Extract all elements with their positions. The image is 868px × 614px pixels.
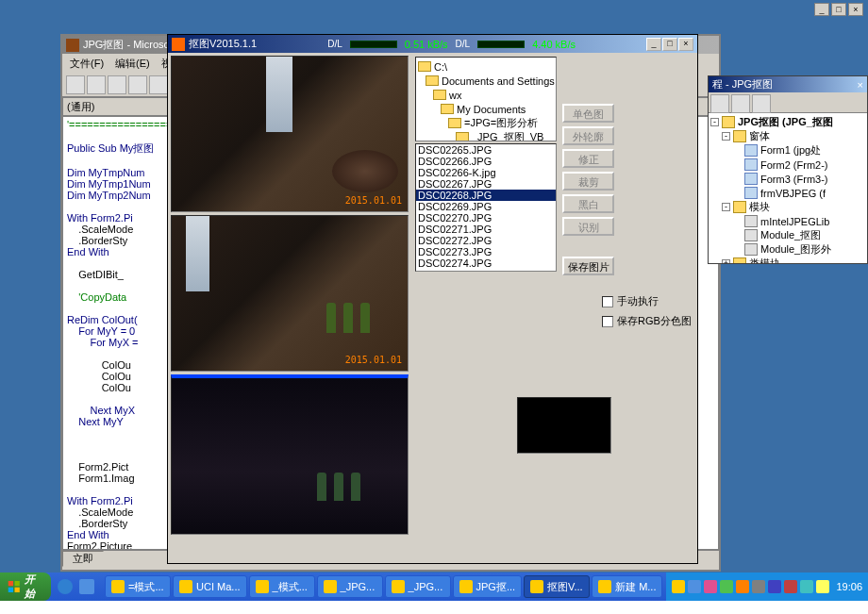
app-icon (172, 38, 185, 51)
image-slot-3[interactable] (171, 374, 409, 535)
task-icon (324, 580, 337, 593)
tray-icon[interactable] (736, 580, 749, 593)
taskbar-task[interactable]: =模式... (105, 575, 171, 598)
folder-icon (433, 90, 446, 100)
folder-tree[interactable]: C:\Documents and SettingswxMy Documents=… (415, 57, 557, 141)
menu-edit[interactable]: 编辑(E) (111, 55, 154, 73)
taskbar-task[interactable]: 抠图V... (524, 575, 590, 598)
file-list-item[interactable]: DSC02271.JPG (416, 224, 556, 235)
taskbar-task[interactable]: _JPG... (385, 575, 451, 598)
app-title-bar[interactable]: 抠图V2015.1.1 D/L 0.51 kB/s D/L 4.40 kB/s … (168, 35, 697, 53)
image-slot-1[interactable]: 2015.01.01 (171, 56, 409, 212)
image-panel: 2015.01.01 2015.01.01 (168, 53, 411, 563)
tray-icon[interactable] (784, 580, 797, 593)
file-list-item[interactable]: DSC02265.JPG (416, 144, 556, 156)
file-list-item[interactable]: DSC02275.JPG (416, 269, 556, 272)
image-slot-2[interactable]: 2015.01.01 (171, 215, 409, 372)
toolbar-icon[interactable] (66, 75, 85, 94)
proj-view-code-icon[interactable] (710, 94, 729, 113)
tray-icon[interactable] (752, 580, 765, 593)
collapse-icon[interactable]: - (710, 118, 719, 126)
proj-item[interactable]: Module_图形外 (710, 242, 865, 257)
dl-bar-icon (350, 41, 397, 48)
file-list-item[interactable]: DSC02266.JPG (416, 156, 556, 167)
proj-close-icon[interactable]: × (858, 79, 863, 91)
toolbar-icon[interactable] (149, 75, 168, 94)
taskbar-task[interactable]: JPG抠... (453, 575, 523, 598)
folder-icon (418, 61, 431, 72)
folder-tree-item[interactable]: wx (418, 88, 554, 102)
proj-root[interactable]: -JPG抠图 (JPG_抠图 (710, 115, 865, 129)
taskbar-task[interactable]: UCI Ma... (173, 575, 246, 598)
task-icon (530, 580, 543, 593)
tray-icon[interactable] (768, 580, 781, 593)
close-btn[interactable]: × (848, 3, 863, 16)
form-icon (744, 158, 758, 171)
ql-desktop-icon[interactable] (76, 575, 97, 598)
close-button[interactable]: × (678, 38, 693, 51)
manual-exec-label: 手动执行 (617, 294, 659, 308)
taskbar-task[interactable]: _模式... (249, 575, 315, 598)
max-btn[interactable]: □ (831, 3, 846, 16)
proj-group[interactable]: -模块 (710, 200, 865, 214)
toolbar-icon[interactable] (128, 75, 147, 94)
taskbar-task[interactable]: 新建 M... (592, 575, 662, 598)
action-button: 外轮廓 (562, 126, 614, 145)
task-icon (392, 580, 405, 593)
file-list-item[interactable]: DSC02267.JPG (416, 178, 556, 190)
file-list[interactable]: DSC02265.JPGDSC02266.JPGDSC02266-K.jpgDS… (415, 143, 557, 272)
minimize-button[interactable]: _ (646, 38, 661, 51)
net-speed-display: D/L 0.51 kB/s D/L 4.40 kB/s (327, 39, 576, 50)
tray-icon[interactable] (816, 580, 829, 593)
action-button: 裁剪 (562, 172, 614, 191)
save-rgb-checkbox[interactable] (602, 316, 613, 327)
proj-item[interactable]: Form2 (Frm2-) (710, 158, 865, 172)
tray-icon[interactable] (800, 580, 813, 593)
toolbar-icon[interactable] (108, 75, 126, 94)
folder-tree-item[interactable]: =JPG=图形分析 (418, 116, 554, 130)
file-list-item[interactable]: DSC02272.JPG (416, 235, 556, 246)
desktop-system-controls: _ □ × (814, 3, 863, 16)
folder-tree-item[interactable]: _JPG_抠图_VB (418, 130, 554, 141)
clock[interactable]: 19:06 (836, 581, 862, 592)
folder-tree-item[interactable]: My Documents (418, 102, 554, 116)
collapse-icon[interactable]: - (722, 132, 730, 141)
action-button[interactable]: 保存图片 (562, 257, 614, 275)
proj-toggle-icon[interactable] (752, 94, 771, 113)
proj-group[interactable]: -窗体 (710, 129, 865, 143)
maximize-button[interactable]: □ (662, 38, 677, 51)
file-list-item[interactable]: DSC02266-K.jpg (416, 167, 556, 178)
proj-item[interactable]: Module_抠图 (710, 228, 865, 242)
start-label: 开始 (25, 573, 41, 601)
proj-group[interactable]: +类模块 (710, 257, 865, 263)
folder-icon (733, 201, 746, 213)
tray-icon[interactable] (704, 580, 717, 593)
proj-item[interactable]: Form3 (Frm3-) (710, 172, 865, 186)
proj-title-bar[interactable]: 程 - JPG抠图 × (709, 76, 867, 92)
file-list-item[interactable]: DSC02274.JPG (416, 257, 556, 269)
task-icon (256, 580, 269, 593)
tray-icon[interactable] (688, 580, 701, 593)
file-list-item[interactable]: DSC02268.JPG (416, 190, 556, 201)
file-list-item[interactable]: DSC02273.JPG (416, 246, 556, 257)
proj-item[interactable]: Form1 (jpg处 (710, 143, 865, 158)
file-list-item[interactable]: DSC02269.JPG (416, 201, 556, 212)
expand-icon[interactable]: + (722, 259, 730, 263)
folder-tree-item[interactable]: Documents and Settings (418, 74, 554, 88)
proj-item[interactable]: frmVBJPEG (f (710, 186, 865, 200)
tray-icon[interactable] (672, 580, 685, 593)
folder-tree-item[interactable]: C:\ (418, 59, 554, 74)
tray-icon[interactable] (720, 580, 733, 593)
proj-tree[interactable]: -JPG抠图 (JPG_抠图-窗体Form1 (jpg处Form2 (Frm2-… (709, 113, 867, 263)
manual-exec-checkbox[interactable] (602, 296, 613, 307)
taskbar-task[interactable]: _JPG... (317, 575, 383, 598)
start-button[interactable]: 开始 (0, 573, 51, 601)
min-btn[interactable]: _ (814, 3, 829, 16)
menu-file[interactable]: 文件(F) (66, 55, 108, 73)
file-list-item[interactable]: DSC02270.JPG (416, 212, 556, 224)
proj-item[interactable]: mIntelJPEGLib (710, 214, 865, 228)
proj-view-form-icon[interactable] (731, 94, 750, 113)
collapse-icon[interactable]: - (722, 203, 730, 211)
toolbar-icon[interactable] (87, 75, 106, 94)
ql-ie-icon[interactable] (55, 575, 75, 598)
